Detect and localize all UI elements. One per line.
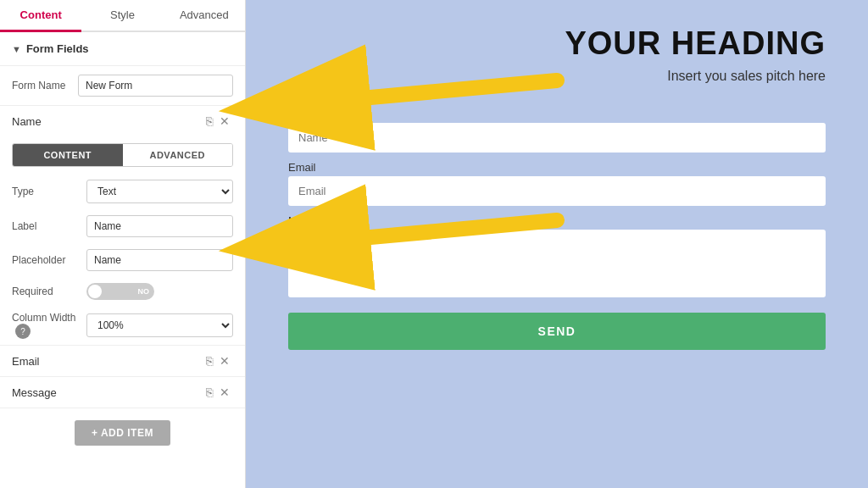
field-message-row: Message ⎘ ✕ [0,377,245,408]
delete-field-button[interactable]: ✕ [216,114,233,128]
label-label: Label [12,220,80,232]
column-width-select[interactable]: 100% 50% 33% [86,313,233,337]
column-width-label: Column Width ? [12,312,80,339]
form-message-field-textarea[interactable] [288,230,826,297]
toggle-no-label: NO [138,287,150,296]
label-row: Label [0,209,245,243]
duplicate-message-button[interactable]: ⎘ [203,385,216,399]
form-field-email: Email [288,161,826,206]
right-panel: YOUR HEADING Insert you sales pitch here… [246,0,868,488]
collapse-arrow-icon: ▼ [12,44,21,54]
form-name-label: Form Name [12,80,71,92]
tab-advanced[interactable]: Advanced [164,0,245,30]
column-width-row: Column Width ? 100% 50% 33% [0,306,245,345]
label-input[interactable] [86,215,233,237]
duplicate-field-button[interactable]: ⎘ [203,114,216,128]
form-preview: Name Email Message SEND [288,108,826,350]
placeholder-label: Placeholder [12,254,80,266]
add-item-button[interactable]: + ADD ITEM [75,420,170,446]
field-name-expanded: Name ⎘ ✕ CONTENT ADVANCED Type Text Labe… [0,106,245,346]
required-label: Required [12,286,80,297]
tab-style[interactable]: Style [81,0,163,30]
field-email-row: Email ⎘ ✕ [0,346,245,377]
delete-message-button[interactable]: ✕ [216,385,233,399]
tabs: Content Style Advanced [0,0,245,32]
form-email-field-input[interactable] [288,176,826,206]
field-email-label: Email [12,355,203,368]
form-name-field-input[interactable] [288,123,826,152]
form-fields-section[interactable]: ▼ Form Fields [0,32,245,66]
tab-content[interactable]: Content [0,0,81,32]
field-message-label: Message [12,386,203,399]
field-name-header: Name ⎘ ✕ [0,106,245,136]
left-panel: Content Style Advanced ▼ Form Fields For… [0,0,246,488]
required-toggle[interactable]: NO [86,283,154,300]
column-width-info-icon[interactable]: ? [15,324,31,339]
page-heading: YOUR HEADING [288,25,826,62]
duplicate-email-button[interactable]: ⎘ [203,354,216,368]
type-select[interactable]: Text [86,180,233,203]
form-field-name: Name [288,108,826,152]
placeholder-input[interactable] [86,249,233,271]
placeholder-row: Placeholder [0,243,245,277]
send-button[interactable]: SEND [288,313,826,350]
form-name-field-label: Name [288,108,826,120]
required-row: Required NO [0,277,245,306]
type-label: Type [12,186,80,197]
toggle-knob [88,285,102,298]
form-name-input[interactable] [78,75,233,97]
type-row: Type Text [0,174,245,209]
page-subheading: Insert you sales pitch here [288,69,826,84]
section-title: Form Fields [26,42,89,55]
advanced-toggle-button[interactable]: ADVANCED [123,144,233,166]
form-message-field-label: Message [288,214,826,227]
content-toggle-button[interactable]: CONTENT [13,144,123,166]
form-field-message: Message [288,214,826,301]
content-advanced-toggle: CONTENT ADVANCED [12,143,233,167]
field-name-label: Name [12,115,203,128]
delete-email-button[interactable]: ✕ [216,354,233,368]
form-name-row: Form Name [0,66,245,106]
form-email-field-label: Email [288,161,826,174]
